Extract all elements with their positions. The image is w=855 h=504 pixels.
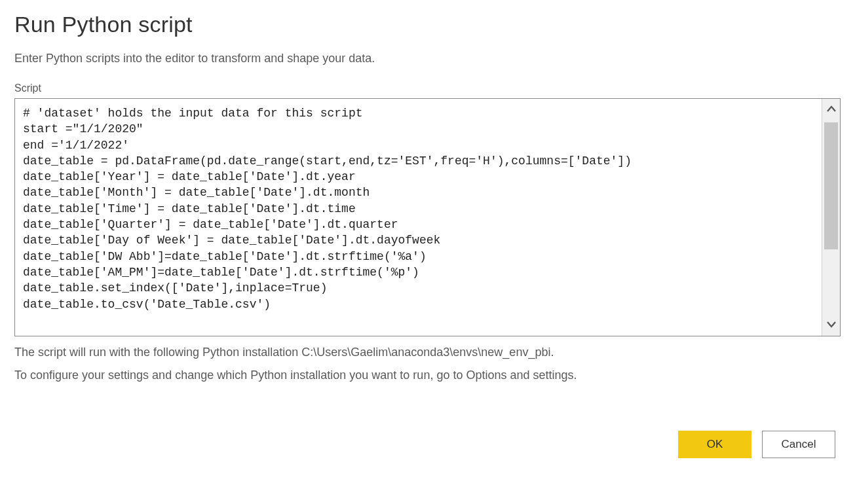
vertical-scrollbar[interactable]: [822, 99, 840, 336]
scroll-up-button[interactable]: [822, 99, 840, 121]
chevron-up-icon: [826, 103, 837, 118]
scroll-down-button[interactable]: [822, 314, 840, 336]
configure-settings-info: To configure your settings and change wh…: [14, 366, 841, 385]
script-label: Script: [14, 82, 841, 94]
scroll-track[interactable]: [822, 121, 840, 314]
chevron-down-icon: [826, 317, 837, 333]
python-install-path-info: The script will run with the following P…: [14, 343, 841, 362]
dialog-title: Run Python script: [14, 12, 841, 37]
cancel-button[interactable]: Cancel: [762, 431, 835, 458]
dialog-description: Enter Python scripts into the editor to …: [14, 52, 841, 65]
run-python-script-dialog: Run Python script Enter Python scripts i…: [14, 12, 841, 458]
script-editor-container: # 'dataset' holds the input data for thi…: [14, 98, 841, 336]
dialog-button-row: OK Cancel: [14, 431, 841, 458]
script-editor[interactable]: # 'dataset' holds the input data for thi…: [15, 99, 822, 336]
scroll-thumb[interactable]: [824, 122, 838, 249]
ok-button[interactable]: OK: [678, 431, 751, 458]
